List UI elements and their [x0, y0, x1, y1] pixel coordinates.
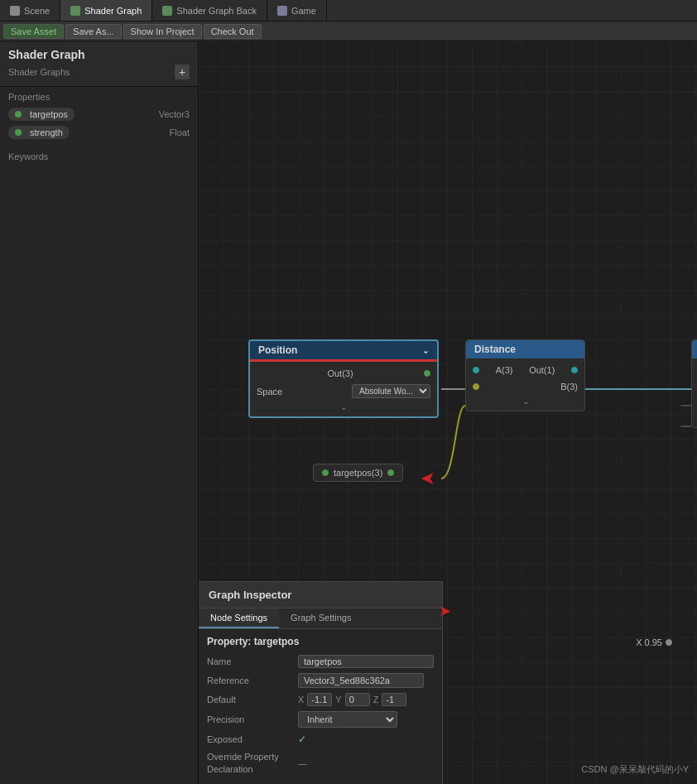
shader-graphs-row: Shader Graphs + [8, 65, 190, 79]
prop-override-row: Override Property Declaration — [207, 748, 434, 777]
save-asset-button[interactable]: Save Asset [3, 24, 64, 39]
x-label: X 0.95 [636, 637, 662, 647]
game-icon [277, 6, 287, 16]
node-remap[interactable]: Remap In(1) Out(1) X Y [691, 339, 697, 428]
position-out-row: Out(3) [250, 365, 437, 382]
override-value: — [298, 758, 307, 768]
prop-precision-row: Precision Inherit Half Single [207, 709, 434, 730]
keywords-label: Keywords [8, 152, 190, 161]
prop-name-row: Name [207, 652, 434, 671]
prop-name-label: Name [207, 657, 298, 666]
canvas-area[interactable]: Position ⌄ Out(3) Space Absolute Wo... ⌄ [199, 41, 697, 784]
show-in-project-button[interactable]: Show In Project [123, 24, 202, 39]
x-value-label: X 0.95 [636, 637, 672, 647]
prop-default-row: Default X Y Z [207, 690, 434, 709]
targetpos-port [322, 469, 329, 476]
property-item-strength[interactable]: strength Float [8, 123, 190, 142]
remap-outminmax-row: X Y Out Min Max(2) [692, 395, 697, 411]
properties-section: Properties targetpos Vector3 strength Fl… [0, 87, 198, 147]
save-as-button[interactable]: Save As... [65, 24, 122, 39]
node-position[interactable]: Position ⌄ Out(3) Space Absolute Wo... ⌄ [248, 339, 439, 418]
shader-icon [70, 6, 80, 16]
prop-exposed-label: Exposed [207, 734, 298, 744]
tab-scene-label: Scene [24, 6, 50, 16]
add-shader-graph-button[interactable]: + [175, 65, 190, 79]
shader-graph-header: Shader Graph Shader Graphs + [0, 41, 198, 87]
left-panel: Shader Graph Shader Graphs + Properties … [0, 41, 199, 784]
default-z-input[interactable] [382, 693, 406, 706]
red-arrow-targetpos: ➤ [421, 468, 435, 489]
distance-a-label: A(3) [496, 365, 513, 375]
tab-shader-graph[interactable]: Shader Graph [60, 0, 152, 21]
shader-back-icon [162, 6, 172, 16]
position-body: Out(3) Space Absolute Wo... ⌄ [250, 362, 437, 416]
tab-shader-back-label: Shader Graph Back [176, 6, 257, 16]
property-type-targetpos: Vector3 [159, 109, 190, 119]
distance-out-port [571, 367, 578, 373]
default-x-input[interactable] [307, 693, 332, 706]
node-distance[interactable]: Distance A(3) Out(1) B(3) ⌄ [465, 339, 585, 411]
prop-exposed-row: Exposed ✓ [207, 730, 434, 748]
remap-body: In(1) Out(1) X Y In Min Max(2) [692, 358, 697, 427]
targetpos-label: targetpos(3) [334, 468, 382, 478]
prop-name-input[interactable] [298, 655, 434, 668]
remap-expand[interactable]: ⌄ [692, 411, 697, 424]
x-port [666, 639, 672, 646]
tab-shader-graph-back[interactable]: Shader Graph Back [152, 0, 267, 21]
distance-b-row: B(3) [466, 378, 584, 395]
remap-in-row: In(1) Out(1) [692, 362, 697, 378]
position-header: Position ⌄ [250, 341, 437, 362]
position-title: Position [258, 344, 297, 356]
tab-game-label: Game [291, 6, 316, 16]
precision-dropdown[interactable]: Inherit Half Single [298, 711, 397, 728]
toolbar: Save Asset Save As... Show In Project Ch… [0, 22, 697, 41]
node-targetpos[interactable]: targetpos(3) [313, 464, 403, 482]
space-label: Space [257, 387, 282, 397]
distance-body: A(3) Out(1) B(3) ⌄ [466, 358, 584, 411]
shader-graph-title: Shader Graph [8, 48, 190, 61]
property-type-strength: Float [170, 127, 190, 137]
prop-default-label: Default [207, 695, 298, 705]
property-dot-strength [15, 129, 22, 136]
tab-bar: Scene Shader Graph Shader Graph Back Gam… [0, 0, 697, 22]
inspector-body: Property: targetpos Name Reference Defau… [199, 629, 442, 784]
property-title: Property: targetpos [207, 636, 434, 647]
inspector-title: Graph Inspector [209, 589, 291, 601]
distance-title: Distance [474, 344, 516, 355]
scene-icon [10, 6, 20, 16]
prop-reference-input[interactable] [298, 673, 424, 688]
position-out-label: Out(3) [327, 368, 353, 378]
prop-override-label: Override Property Declaration [207, 751, 298, 775]
distance-expand[interactable]: ⌄ [466, 395, 584, 407]
graph-settings-label: Graph Settings [291, 613, 351, 623]
main-layout: Shader Graph Shader Graphs + Properties … [0, 41, 697, 784]
distance-b-in-port [473, 383, 479, 390]
prop-reference-row: Reference [207, 671, 434, 690]
position-chevron: ⌄ [422, 346, 429, 355]
tab-scene[interactable]: Scene [0, 0, 60, 21]
keywords-section: Keywords [0, 147, 198, 170]
prop-reference-label: Reference [207, 676, 298, 685]
distance-a-in-port [473, 367, 479, 373]
inspector-tabs: Node Settings Graph Settings [199, 608, 442, 629]
tab-game[interactable]: Game [267, 0, 327, 21]
shader-graphs-label: Shader Graphs [8, 67, 70, 77]
tab-graph-settings[interactable]: Graph Settings [279, 608, 363, 628]
default-xyz: X Y Z [298, 693, 406, 706]
property-item-targetpos[interactable]: targetpos Vector3 [8, 105, 190, 123]
distance-a-row: A(3) Out(1) [466, 362, 584, 378]
property-name-strength: strength [8, 126, 70, 139]
property-name-targetpos: targetpos [8, 108, 75, 121]
distance-out-label: Out(1) [529, 365, 555, 375]
default-y-input[interactable] [345, 693, 370, 706]
check-out-button[interactable]: Check Out [204, 24, 262, 39]
node-settings-label: Node Settings [210, 613, 267, 623]
position-expand[interactable]: ⌄ [250, 401, 437, 413]
position-space-row: Space Absolute Wo... [250, 382, 437, 401]
remap-header: Remap [692, 340, 697, 358]
graph-inspector: Graph Inspector Node Settings Graph Sett… [199, 581, 443, 784]
watermark: CSDN @呆呆敲代码的小Y [581, 763, 689, 776]
prop-precision-label: Precision [207, 714, 298, 724]
tab-node-settings[interactable]: Node Settings [199, 608, 279, 628]
space-dropdown[interactable]: Absolute Wo... [352, 384, 430, 398]
